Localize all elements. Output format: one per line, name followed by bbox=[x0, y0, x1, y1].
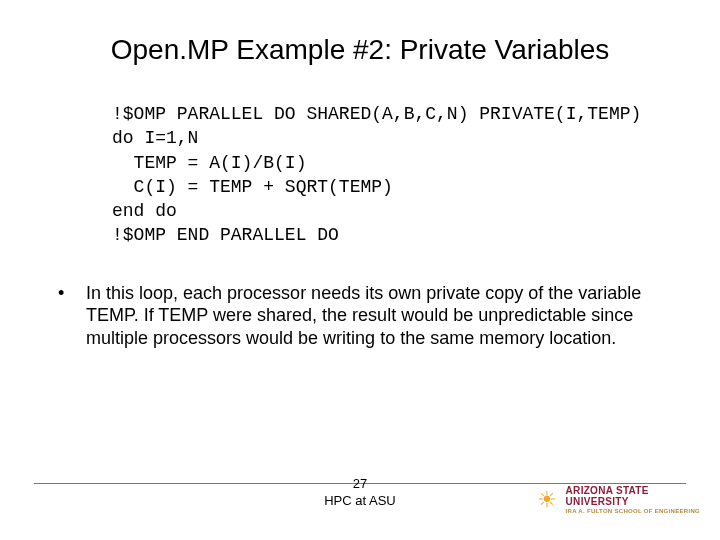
logo-line2: UNIVERSITY bbox=[566, 496, 700, 507]
logo-text: ARIZONA STATE UNIVERSITY IRA A. FULTON S… bbox=[566, 485, 700, 514]
logo-line1: ARIZONA STATE bbox=[566, 485, 700, 496]
bullet-text: In this loop, each processor needs its o… bbox=[86, 282, 660, 350]
slide-title: Open.MP Example #2: Private Variables bbox=[40, 34, 680, 66]
bullet-dot: • bbox=[58, 282, 86, 350]
asu-logo: ☀ ARIZONA STATE UNIVERSITY IRA A. FULTON… bbox=[534, 485, 700, 514]
code-block: !$OMP PARALLEL DO SHARED(A,B,C,N) PRIVAT… bbox=[112, 102, 680, 248]
code-line: TEMP = A(I)/B(I) bbox=[112, 153, 306, 173]
code-line: do I=1,N bbox=[112, 128, 198, 148]
sunburst-icon: ☀ bbox=[534, 487, 560, 513]
bullet-list: • In this loop, each processor needs its… bbox=[58, 282, 660, 350]
bullet-item: • In this loop, each processor needs its… bbox=[58, 282, 660, 350]
logo-line3: IRA A. FULTON SCHOOL OF ENGINEERING bbox=[566, 508, 700, 514]
code-line: C(I) = TEMP + SQRT(TEMP) bbox=[112, 177, 393, 197]
code-line: !$OMP END PARALLEL DO bbox=[112, 225, 339, 245]
slide: Open.MP Example #2: Private Variables !$… bbox=[0, 0, 720, 540]
code-line: end do bbox=[112, 201, 177, 221]
code-line: !$OMP PARALLEL DO SHARED(A,B,C,N) PRIVAT… bbox=[112, 104, 641, 124]
